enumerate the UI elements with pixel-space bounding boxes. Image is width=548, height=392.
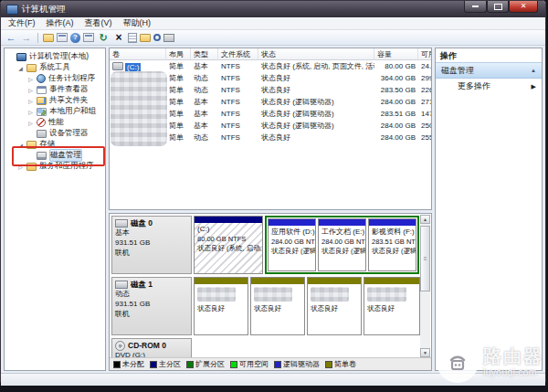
properties-icon[interactable] (128, 33, 137, 43)
partition-status: 状态良好 (逻辑驱动器) (271, 247, 312, 256)
sidebar-item-event-viewer[interactable]: ▷事件查看器 (5, 84, 105, 95)
collapsed-icon[interactable]: ▷ (27, 109, 34, 115)
partition-area: (C:)80.00 GB NTFS状态良好 (系统, 启动, 页面文件, 活动,… (194, 216, 418, 274)
menu-item-0[interactable]: 文件(F) (3, 17, 41, 29)
sidebar-item-label: 任务计划程序 (48, 73, 95, 84)
delete-icon[interactable] (112, 32, 125, 44)
partition-type-bar (195, 278, 248, 284)
partition-status: 状态良好 (197, 304, 245, 313)
sidebar-item-label: 本地用户和组 (49, 106, 96, 117)
legend-color-chip (150, 361, 157, 368)
sidebar-item-system-tools[interactable]: ◢系统工具 (5, 62, 105, 73)
content-area: 计算机管理(本地)◢系统工具▷任务计划程序▷事件查看器▷共享文件夹▷本地用户和组… (1, 46, 545, 373)
partition-type-bar (308, 278, 361, 284)
partition-body: 影视资料 (F:)283.51 GB NTFS状态良好 (逻辑驱动器) (369, 226, 416, 270)
performance-icon (37, 118, 46, 127)
legend-item: 简单卷 (325, 359, 356, 369)
scroll-down-icon[interactable]: ▼ (420, 348, 430, 357)
collapsed-icon[interactable]: ▷ (27, 76, 34, 82)
task-scheduler-icon (37, 74, 46, 83)
cell-capacity: 284.00 GB (374, 122, 418, 130)
collapse-icon[interactable]: ▲ (531, 68, 536, 73)
close-button[interactable]: ✕ (509, 1, 538, 13)
column-header-5[interactable]: 容量 (374, 48, 418, 60)
center-pane: 卷布局类型文件系统状态容量可用空间 (C:)简单基本NTFS状态良好 (系统, … (109, 48, 432, 371)
partition-body: (C:)80.00 GB NTFS状态良好 (系统, 启动, 页面文件, 活动,… (195, 223, 262, 273)
maximize-button[interactable] (487, 1, 509, 13)
cell-free: 271.2 (418, 98, 432, 106)
partition-0-2[interactable]: 工作文档 (E:)284.00 GB NTFS状态良好 (逻辑驱动器) (318, 218, 366, 271)
graphical-view[interactable]: 磁盘 0基本931.51 GB联机(C:)80.00 GB NTFS状态良好 (… (109, 213, 432, 371)
help-icon[interactable] (70, 33, 80, 43)
title-bar[interactable]: 计算机管理 ✕ (1, 1, 545, 17)
back-icon[interactable] (5, 32, 17, 44)
expanded-icon[interactable]: ◢ (17, 142, 24, 148)
menu-bar: 文件(F)操作(A)查看(V)帮助(H) (1, 17, 545, 30)
collapsed-icon[interactable]: ▷ (17, 164, 24, 170)
disk-management-section-header[interactable]: 磁盘管理 ▲ (436, 62, 542, 79)
sidebar-item-local-users[interactable]: ▷本地用户和组 (5, 106, 105, 117)
vertical-scrollbar[interactable]: ▲ ≡ ▼ (420, 215, 430, 357)
partition-0-0[interactable]: (C:)80.00 GB NTFS状态良好 (系统, 启动, 页面文件, 活动,… (194, 216, 263, 274)
disk-label[interactable]: 磁盘 0基本931.51 GB联机 (111, 216, 192, 274)
cell-free: 24.79 (418, 62, 432, 70)
legend-item: 逻辑驱动器 (274, 359, 320, 369)
show-action-pane-icon[interactable] (83, 33, 94, 42)
sidebar-item-disk-management[interactable]: 磁盘管理 (5, 150, 105, 161)
partition-1-3[interactable]: 状态良好 (364, 277, 420, 335)
watermark-text: 路由器 luyouqi.com (483, 346, 543, 377)
toolbar (1, 30, 545, 46)
find-icon[interactable] (153, 34, 161, 41)
volume-list[interactable]: 卷布局类型文件系统状态容量可用空间 (C:)简单基本NTFS状态良好 (系统, … (109, 48, 432, 210)
legend-item: 可用空间 (230, 359, 269, 369)
scrollbar-thumb[interactable]: ≡ (420, 226, 430, 291)
computer-icon[interactable] (163, 34, 174, 42)
collapsed-icon[interactable]: ▷ (27, 98, 34, 104)
column-header-0[interactable]: 卷 (110, 48, 166, 60)
volume-list-header: 卷布局类型文件系统状态容量可用空间 (110, 48, 431, 60)
refresh-icon[interactable] (97, 32, 110, 44)
collapsed-icon[interactable]: ▷ (27, 87, 34, 93)
column-header-3[interactable]: 文件系统 (218, 48, 258, 60)
cell-capacity: 364.00 GB (374, 74, 418, 82)
minimize-button[interactable] (464, 1, 487, 13)
partition-0-3[interactable]: 影视资料 (F:)283.51 GB NTFS状态良好 (逻辑驱动器) (368, 218, 416, 271)
console-window-icon[interactable] (57, 33, 68, 42)
legend-label: 简单卷 (334, 359, 356, 369)
collapsed-icon[interactable]: ▷ (27, 120, 34, 126)
menu-item-2[interactable]: 查看(V) (79, 17, 118, 29)
menu-item-1[interactable]: 操作(A) (41, 17, 79, 29)
partition-status: 状态良好 (逻辑驱动器) (321, 247, 363, 256)
cell-fs: NTFS (218, 74, 258, 82)
up-level-icon[interactable] (43, 34, 54, 42)
open-folder-icon[interactable] (140, 34, 151, 42)
sidebar-item-task-scheduler[interactable]: ▷任务计划程序 (5, 73, 105, 84)
partition-0-1[interactable]: 应用软件 (D:)284.00 GB NTFS状态良好 (逻辑驱动器) (268, 218, 316, 271)
cdrom-icon (115, 341, 125, 351)
partition-status: 状态良好 (系统, 启动, 页面文件, 活动, 主分区) (197, 244, 259, 253)
menu-item-3[interactable]: 帮助(H) (118, 17, 157, 29)
disk-size: 931.51 GB (115, 300, 188, 310)
window-title: 计算机管理 (22, 4, 66, 16)
sidebar-item-performance[interactable]: ▷性能 (5, 117, 105, 128)
cell-layout: 简单 (166, 132, 191, 143)
sidebar-item-device-manager[interactable]: 设备管理器 (5, 128, 105, 139)
column-header-4[interactable]: 状态 (258, 48, 374, 60)
disk-label[interactable]: 磁盘 1动态931.51 GB联机 (111, 277, 192, 335)
more-actions-item[interactable]: 更多操作 ▶ (436, 79, 542, 94)
disk-state: 联机 (115, 249, 188, 259)
sidebar-item-computer[interactable]: 计算机管理(本地) (5, 51, 105, 62)
sidebar-item-services[interactable]: ▷服务和应用程序 (5, 161, 105, 172)
column-header-1[interactable]: 布局 (166, 48, 191, 60)
scroll-up-icon[interactable]: ▲ (420, 215, 430, 224)
sidebar-item-shared-folders[interactable]: ▷共享文件夹 (5, 95, 105, 106)
expanded-icon[interactable]: ◢ (17, 65, 24, 71)
forward-icon[interactable] (20, 32, 33, 44)
disk-state: 联机 (115, 310, 188, 320)
partition-1-1[interactable]: 状态良好 (250, 277, 305, 335)
redacted-partition-label (311, 287, 349, 302)
partition-1-2[interactable]: 状态良好 (307, 277, 362, 335)
column-header-6[interactable]: 可用空间 (418, 48, 432, 60)
column-header-2[interactable]: 类型 (191, 48, 218, 60)
partition-1-0[interactable]: 状态良好 (194, 277, 248, 335)
